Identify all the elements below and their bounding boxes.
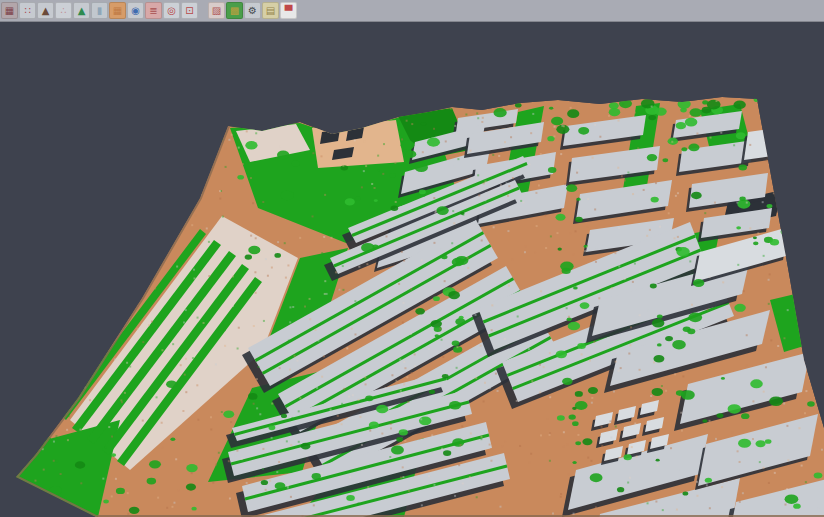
main-toolbar: ▦∷▲∴▲▮▦◉≣◎⊡▨▩⚙▤▀	[0, 0, 824, 22]
camera-icon[interactable]: ⚙	[244, 2, 261, 19]
column-icon[interactable]: ▮	[91, 2, 108, 19]
app-window: ▦∷▲∴▲▮▦◉≣◎⊡▨▩⚙▤▀	[0, 0, 824, 517]
clip-region-icon[interactable]: ▨	[208, 2, 225, 19]
selection-bounds-icon[interactable]: ⊡	[181, 2, 198, 19]
point-cloud-scene	[0, 0, 824, 517]
classify-points-icon[interactable]: ∷	[19, 2, 36, 19]
green-hill-icon[interactable]: ▲	[73, 2, 90, 19]
viewport-3d[interactable]	[0, 0, 824, 517]
elevation-table-icon[interactable]: ≣	[145, 2, 162, 19]
sparse-points-icon[interactable]: ∴	[55, 2, 72, 19]
texture-patch-icon[interactable]: ▦	[1, 2, 18, 19]
mountain-icon[interactable]: ▲	[37, 2, 54, 19]
measure-icon[interactable]: ▤	[262, 2, 279, 19]
flag-icon[interactable]: ▀	[280, 2, 297, 19]
globe-icon[interactable]: ◉	[127, 2, 144, 19]
orthophoto-icon[interactable]: ▦	[109, 2, 126, 19]
classified-map-icon[interactable]: ▩	[226, 2, 243, 19]
target-ring-icon[interactable]: ◎	[163, 2, 180, 19]
